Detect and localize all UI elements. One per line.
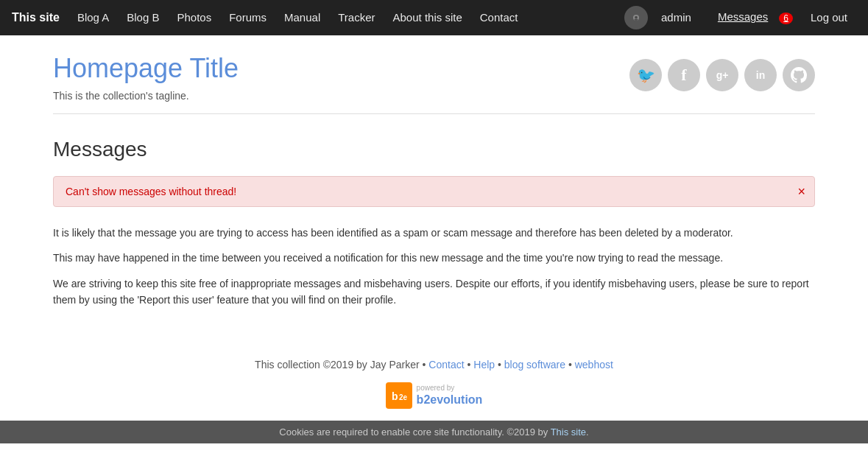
nav-about[interactable]: About this site	[384, 0, 471, 35]
b2evo-logo: b 2e powered by b2evolution	[386, 382, 483, 409]
main-content: Messages Can't show messages without thr…	[0, 114, 868, 341]
svg-rect-4	[636, 17, 638, 18]
nav-manual[interactable]: Manual	[275, 0, 329, 35]
nav-right: admin Messages6 Log out	[624, 0, 856, 36]
nav-contact[interactable]: Contact	[471, 0, 527, 35]
alert-box: Can't show messages without thread! ×	[53, 176, 815, 207]
svg-text:2e: 2e	[399, 393, 408, 401]
footer-sep1: •	[467, 359, 473, 371]
cookie-period: .	[586, 426, 589, 438]
header-left: Homepage Title This is the collection's …	[53, 53, 239, 102]
footer-webhost-link[interactable]: webhost	[575, 359, 613, 371]
site-title: Homepage Title	[53, 53, 239, 84]
footer-help-link[interactable]: Help	[473, 359, 495, 371]
footer-collection-text: This collection ©2019 by Jay Parker •	[255, 359, 426, 371]
site-header: Homepage Title This is the collection's …	[0, 35, 868, 113]
nav-tracker[interactable]: Tracker	[329, 0, 384, 35]
cookie-text: Cookies are required to enable core site…	[279, 426, 548, 438]
username: admin	[652, 0, 700, 35]
nav-blog-a[interactable]: Blog A	[68, 0, 118, 35]
footer-sep2: •	[498, 359, 504, 371]
nav-blog-b[interactable]: Blog B	[118, 0, 168, 35]
facebook-icon[interactable]: f	[668, 59, 700, 91]
b2evo-text: powered by b2evolution	[417, 384, 483, 407]
main-nav: This site Blog A Blog B Photos Forums Ma…	[0, 0, 868, 35]
logout-link[interactable]: Log out	[802, 0, 856, 35]
footer-main: This collection ©2019 by Jay Parker • Co…	[0, 341, 868, 376]
alert-text: Can't show messages without thread!	[66, 186, 236, 197]
brand-link[interactable]: This site	[12, 0, 68, 35]
svg-rect-3	[635, 17, 636, 18]
b2evo-name: b2evolution	[417, 393, 483, 407]
messages-badge: 6	[779, 13, 793, 24]
footer-powered: b 2e powered by b2evolution	[0, 382, 868, 409]
social-icons: 🐦 f g+ in	[629, 59, 815, 91]
body-text-2: This may have happened in the time betwe…	[53, 250, 815, 266]
footer-blog-software-link[interactable]: blog software	[504, 359, 565, 371]
body-text-3: We are striving to keep this site free o…	[53, 275, 815, 309]
github-icon[interactable]	[783, 59, 815, 91]
linkedin-icon[interactable]: in	[744, 59, 777, 91]
powered-by-label: powered by	[417, 384, 455, 393]
nav-forums[interactable]: Forums	[220, 0, 275, 35]
footer-sep3: •	[568, 359, 575, 371]
twitter-icon[interactable]: 🐦	[629, 59, 662, 91]
messages-link[interactable]: Messages6	[700, 0, 802, 36]
svg-text:b: b	[392, 390, 398, 402]
nav-photos[interactable]: Photos	[168, 0, 220, 35]
site-tagline: This is the collection's tagline.	[53, 90, 239, 102]
footer-contact-link[interactable]: Contact	[428, 359, 464, 371]
body-text-1: It is likely that the message you are tr…	[53, 225, 815, 241]
cookie-site-link[interactable]: This site	[551, 426, 586, 438]
google-plus-icon[interactable]: g+	[706, 59, 738, 91]
cookie-bar: Cookies are required to enable core site…	[0, 421, 868, 443]
b2evo-icon: b 2e	[386, 382, 412, 409]
alert-close-button[interactable]: ×	[797, 184, 805, 200]
avatar	[624, 6, 648, 29]
messages-heading: Messages	[53, 138, 815, 161]
svg-point-2	[635, 18, 638, 21]
